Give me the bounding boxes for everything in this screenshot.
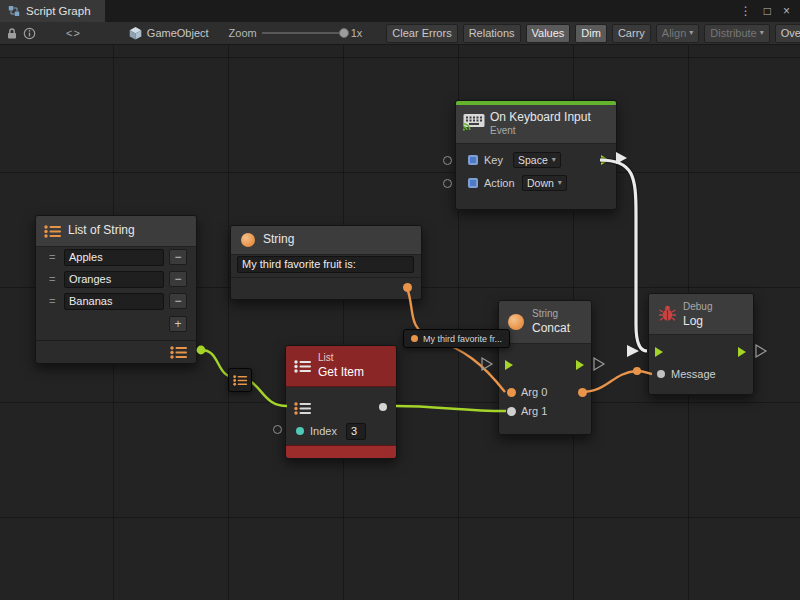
overview-button[interactable]: Overview [775, 24, 800, 43]
trigger-output-port[interactable] [601, 155, 609, 165]
flow-input-port[interactable] [505, 360, 513, 370]
node-concat[interactable]: String Concat Arg 0 Arg 1 [498, 300, 592, 435]
node-category: Debug [683, 301, 712, 312]
list-icon [233, 375, 248, 386]
error-footer-bar [286, 445, 396, 458]
carry-toggle[interactable]: Carry [612, 24, 651, 43]
node-list-of-string[interactable]: List of String = Apples − = Oranges − = … [35, 215, 197, 364]
flow-out-indicator [616, 152, 627, 164]
drag-handle-icon[interactable]: = [49, 251, 55, 263]
zoom-value: 1x [351, 27, 363, 39]
string-output-port[interactable] [403, 283, 412, 292]
list-icon [294, 359, 312, 377]
list-item-field[interactable]: Oranges [64, 271, 164, 288]
code-icon[interactable]: <> [66, 27, 81, 39]
node-header[interactable]: On Keyboard Input Event [456, 105, 616, 144]
node-title: String [263, 232, 294, 246]
lock-icon[interactable] [6, 27, 18, 40]
action-port-label: Action [484, 177, 515, 189]
tab-script-graph[interactable]: Script Graph [0, 0, 105, 22]
list-output-dot[interactable] [197, 346, 206, 355]
flow-input-port[interactable] [655, 347, 663, 357]
string-type-icon [241, 233, 255, 247]
node-header[interactable]: String Concat [499, 301, 591, 344]
flow-arrowhead [627, 345, 639, 357]
list-item-field[interactable]: Apples [64, 249, 164, 266]
node-header[interactable]: String [231, 226, 421, 255]
drag-handle-icon[interactable]: = [49, 273, 55, 285]
action-input-port[interactable] [443, 179, 452, 188]
window-tab-bar: Script Graph ⋮ □ × [0, 0, 800, 22]
message-label: Message [671, 368, 716, 380]
node-category: List [318, 352, 334, 363]
value-wire-getitem-to-concat[interactable] [396, 406, 506, 411]
window-controls: ⋮ □ × [740, 0, 800, 22]
string-value-field[interactable]: My third favorite fruit is: [237, 256, 414, 273]
zoom-slider-knob[interactable] [339, 28, 349, 38]
graph-canvas[interactable]: On Keyboard Input Event Key Space▾ Actio… [0, 45, 800, 600]
dim-toggle[interactable]: Dim [575, 24, 607, 43]
zoom-slider[interactable] [262, 32, 346, 34]
clear-errors-button[interactable]: Clear Errors [386, 24, 457, 43]
node-string-literal[interactable]: String My third favorite fruit is: [230, 225, 422, 300]
arg0-input-port[interactable] [507, 388, 516, 397]
window-menu-icon[interactable]: ⋮ [740, 4, 752, 18]
message-input-port[interactable] [657, 370, 665, 378]
arg1-label: Arg 1 [521, 405, 547, 417]
index-value-field[interactable]: 3 [346, 423, 366, 440]
tab-title: Script Graph [26, 5, 91, 17]
gameobject-selector[interactable]: GameObject [147, 27, 209, 39]
arg0-label: Arg 0 [521, 386, 547, 398]
add-item-button[interactable]: + [169, 316, 187, 332]
flow-output-port[interactable] [576, 360, 584, 370]
maximize-icon[interactable]: □ [764, 4, 771, 18]
keyboard-icon [462, 113, 486, 135]
graph-toolbar: <> GameObject Zoom 1x Clear Errors Relat… [0, 22, 800, 45]
result-output-port[interactable] [578, 388, 587, 397]
flow-indicator-log-out [756, 345, 766, 357]
script-graph-icon [8, 5, 20, 17]
key-dropdown[interactable]: Space▾ [513, 152, 561, 168]
node-header[interactable]: List Get Item [286, 346, 396, 387]
node-debug-log[interactable]: Debug Log Message [648, 293, 754, 395]
remove-item-button[interactable]: − [169, 293, 187, 309]
node-category: String [532, 308, 558, 319]
values-toggle[interactable]: Values [526, 24, 571, 43]
arg1-input-port[interactable] [507, 407, 516, 416]
list-icon [44, 224, 62, 242]
index-port-label: Index [310, 425, 337, 437]
node-title: On Keyboard Input [490, 110, 591, 124]
wire-value-dot [633, 367, 641, 375]
node-header[interactable]: List of String [36, 216, 196, 247]
info-icon[interactable] [23, 27, 36, 40]
node-on-keyboard-input[interactable]: On Keyboard Input Event Key Space▾ Actio… [455, 100, 617, 210]
item-output-port[interactable] [379, 403, 387, 411]
action-dropdown[interactable]: Down▾ [522, 175, 567, 191]
unity-script-graph-window: { "window": { "tab_title": "Script Graph… [0, 0, 800, 600]
remove-item-button[interactable]: − [169, 271, 187, 287]
key-input-port[interactable] [443, 156, 452, 165]
remove-item-button[interactable]: − [169, 249, 187, 265]
list-item-field[interactable]: Bananas [64, 293, 164, 310]
list-input-port-icon[interactable] [294, 401, 312, 419]
node-title: Concat [532, 321, 570, 335]
close-icon[interactable]: × [783, 4, 790, 18]
flow-output-port[interactable] [738, 347, 746, 357]
node-get-item[interactable]: List Get Item Index 3 [285, 345, 397, 459]
divider [36, 340, 196, 341]
node-title: Get Item [318, 365, 364, 379]
string-type-icon [508, 314, 524, 330]
index-input-indicator[interactable] [273, 425, 282, 434]
flow-indicator-concat-out [594, 358, 604, 370]
index-input-port[interactable] [296, 427, 304, 435]
drag-handle-icon[interactable]: = [49, 295, 55, 307]
chevron-down-icon: ▾ [558, 179, 562, 187]
key-type-icon [468, 178, 478, 188]
zoom-label: Zoom [229, 27, 257, 39]
distribute-button[interactable]: Distribute▾ [704, 24, 769, 43]
string-preview-text: My third favorite fr... [423, 334, 502, 344]
align-button[interactable]: Align▾ [656, 24, 699, 43]
node-header[interactable]: Debug Log [649, 294, 753, 335]
relations-button[interactable]: Relations [463, 24, 521, 43]
bug-icon [658, 304, 677, 326]
